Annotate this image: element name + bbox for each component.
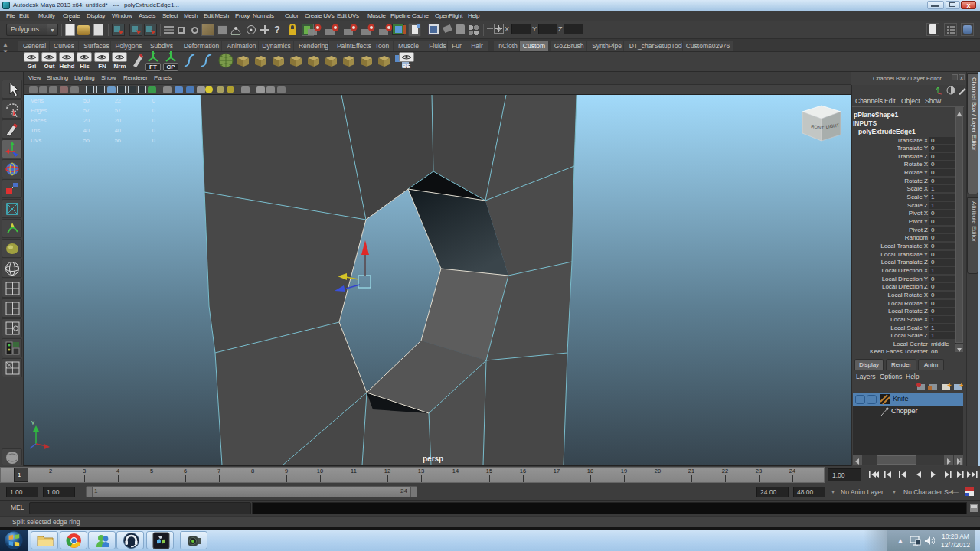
svg-text:50: 50	[83, 97, 90, 104]
svg-text:40: 40	[115, 127, 121, 134]
svg-text:0: 0	[152, 107, 155, 114]
svg-text:Tris: Tris	[31, 127, 40, 134]
svg-text:20: 20	[83, 117, 90, 124]
svg-text:0: 0	[152, 127, 155, 134]
svg-text:Faces: Faces	[31, 117, 47, 124]
svg-text:y: y	[31, 419, 34, 425]
svg-text:0: 0	[152, 117, 155, 124]
svg-text:0: 0	[152, 137, 155, 144]
svg-text:40: 40	[83, 127, 90, 134]
svg-text:57: 57	[115, 107, 121, 114]
svg-text:56: 56	[83, 137, 90, 144]
svg-text:56: 56	[115, 137, 121, 144]
svg-text:Edges: Edges	[31, 107, 47, 114]
svg-text:UVs: UVs	[31, 137, 41, 144]
svg-text:0: 0	[152, 97, 155, 104]
svg-text:persp: persp	[423, 455, 443, 463]
svg-text:22: 22	[115, 97, 121, 104]
svg-text:Verts: Verts	[31, 97, 44, 104]
svg-text:57: 57	[83, 107, 90, 114]
svg-text:20: 20	[115, 117, 121, 124]
